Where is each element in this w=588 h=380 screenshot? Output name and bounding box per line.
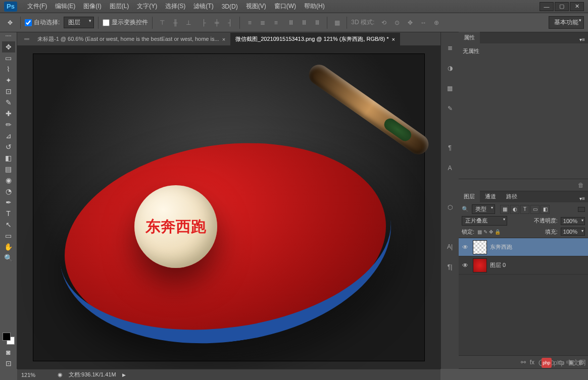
opacity-value[interactable]: 100% xyxy=(561,217,585,225)
brush-tool[interactable]: ✏ xyxy=(2,119,15,130)
zoom-tool[interactable]: 🔍 xyxy=(2,252,15,263)
document-tab-2[interactable]: 微信截图_20210915153413.png @ 121% (东奔西跑, RG… xyxy=(230,33,400,45)
hand-tool[interactable]: ✋ xyxy=(2,241,15,252)
auto-align-icon[interactable]: ▦ xyxy=(331,17,342,28)
menu-view[interactable]: 视图(V) xyxy=(242,0,270,13)
screenmode-tool[interactable]: ⊡ xyxy=(2,358,15,369)
blend-mode-dropdown[interactable]: 正片叠底 xyxy=(462,216,507,226)
layers-tab[interactable]: 图层 xyxy=(459,191,480,202)
properties-tab[interactable]: 属性 xyxy=(459,32,480,43)
paths-tab[interactable]: 路径 xyxy=(501,191,522,202)
align-vcenter-icon[interactable]: ╫ xyxy=(170,17,181,28)
distribute-3-icon[interactable]: ≡ xyxy=(270,17,281,28)
history-brush-tool[interactable]: ↺ xyxy=(2,141,15,152)
visibility-icon[interactable]: 👁 xyxy=(461,262,470,269)
layer-row[interactable]: 👁 图层 0 xyxy=(459,256,588,275)
distribute-1-icon[interactable]: ≡ xyxy=(244,17,255,28)
color-swatches[interactable] xyxy=(1,331,17,347)
canvas[interactable]: 东奔西跑 xyxy=(33,53,425,361)
layer-name[interactable]: 图层 0 xyxy=(490,261,506,269)
link-layers-icon[interactable]: ⚯ xyxy=(521,359,526,366)
layer-thumbnail[interactable] xyxy=(473,240,487,254)
menu-type[interactable]: 文字(Y) xyxy=(133,0,161,13)
show-transform-input[interactable] xyxy=(103,19,110,26)
lock-position-icon[interactable]: ✥ xyxy=(489,229,493,235)
quickmask-tool[interactable]: ◙ xyxy=(2,347,15,358)
fill-value[interactable]: 100% xyxy=(561,228,585,236)
filter-type-icon[interactable]: T xyxy=(520,205,529,214)
filter-shape-icon[interactable]: ▭ xyxy=(530,205,540,214)
pen-tool[interactable]: ✒ xyxy=(2,197,15,208)
trash-icon[interactable]: 🗑 xyxy=(578,182,584,189)
gradient-tool[interactable]: ▤ xyxy=(2,164,15,175)
crop-tool[interactable]: ⊡ xyxy=(2,86,15,97)
blur-tool[interactable]: ◉ xyxy=(2,175,15,186)
stamp-tool[interactable]: ⊿ xyxy=(2,130,15,141)
document-tab-1[interactable]: 未标题-1 @ 60.6% (East or west, home is the… xyxy=(32,33,230,45)
para-style-icon[interactable]: ¶| xyxy=(445,261,456,273)
menu-edit[interactable]: 编辑(E) xyxy=(51,0,79,13)
align-top-icon[interactable]: ⊤ xyxy=(157,17,168,28)
maximize-button[interactable]: ▢ xyxy=(555,2,569,11)
3d-roll-icon[interactable]: ⊙ xyxy=(391,17,403,28)
doc-info[interactable]: 文档:936.1K/1.41M xyxy=(69,371,116,378)
layer-fx-icon[interactable]: fx xyxy=(530,359,534,366)
show-transform-checkbox[interactable]: 显示变换控件 xyxy=(103,18,148,27)
distribute-5-icon[interactable]: Ⅲ xyxy=(299,17,310,28)
layer-thumbnail[interactable] xyxy=(473,258,487,273)
close-icon[interactable]: × xyxy=(222,36,225,42)
lock-all-icon[interactable]: 🔒 xyxy=(495,229,501,235)
paragraph-panel-icon[interactable]: ¶ xyxy=(445,142,456,153)
filter-pixel-icon[interactable]: ▦ xyxy=(500,205,509,214)
align-left-icon[interactable]: ├ xyxy=(198,17,209,28)
canvas-viewport[interactable]: 东奔西跑 xyxy=(17,45,440,369)
type-tool[interactable]: T xyxy=(2,208,15,219)
align-hcenter-icon[interactable]: ╪ xyxy=(211,17,222,28)
auto-select-dropdown[interactable]: 图层 xyxy=(64,17,94,28)
minimize-button[interactable]: — xyxy=(540,2,554,11)
status-icon[interactable]: ◉ xyxy=(58,371,63,378)
brush-panel-icon[interactable]: ✎ xyxy=(445,103,456,114)
filter-toggle[interactable] xyxy=(578,207,585,212)
menu-layer[interactable]: 图层(L) xyxy=(106,0,133,13)
toolbox-grip[interactable] xyxy=(1,35,16,39)
3d-slide-icon[interactable]: ↔ xyxy=(418,17,429,28)
align-right-icon[interactable]: ┤ xyxy=(224,17,235,28)
panel-menu-icon[interactable]: ▾≡ xyxy=(576,36,588,43)
shape-tool[interactable]: ▭ xyxy=(2,230,15,241)
path-select-tool[interactable]: ↖ xyxy=(2,219,15,230)
distribute-6-icon[interactable]: Ⅲ xyxy=(312,17,323,28)
channels-tab[interactable]: 通道 xyxy=(480,191,501,202)
3d-panel-icon[interactable]: ⬡ xyxy=(445,202,456,213)
auto-select-input[interactable] xyxy=(25,19,32,26)
3d-pan-icon[interactable]: ✥ xyxy=(405,17,416,28)
healing-tool[interactable]: ✚ xyxy=(2,108,15,119)
swatches-panel-icon[interactable]: ▦ xyxy=(445,83,456,94)
distribute-4-icon[interactable]: Ⅲ xyxy=(285,17,297,28)
filter-smart-icon[interactable]: ◧ xyxy=(541,205,550,214)
tabs-grip[interactable] xyxy=(24,38,29,40)
move-tool[interactable]: ✥ xyxy=(2,41,15,52)
menu-select[interactable]: 选择(S) xyxy=(161,0,189,13)
filter-adjust-icon[interactable]: ◐ xyxy=(510,205,519,214)
close-icon[interactable]: × xyxy=(392,36,395,42)
visibility-icon[interactable]: 👁 xyxy=(461,244,470,251)
lasso-tool[interactable]: ⌇ xyxy=(2,64,15,75)
menu-filter[interactable]: 滤镜(T) xyxy=(189,0,217,13)
character-panel-icon[interactable]: A xyxy=(445,162,456,174)
layer-name[interactable]: 东奔西跑 xyxy=(490,243,512,251)
dodge-tool[interactable]: ◔ xyxy=(2,186,15,197)
marquee-tool[interactable]: ▭ xyxy=(2,52,15,64)
panel-menu-icon[interactable]: ▾≡ xyxy=(576,195,588,202)
workspace-switcher[interactable]: 基本功能 xyxy=(549,16,584,29)
menu-window[interactable]: 窗口(W) xyxy=(270,0,300,13)
menu-3d[interactable]: 3D(D) xyxy=(218,1,242,12)
foreground-color[interactable] xyxy=(3,333,11,341)
status-menu-arrow[interactable]: ▶ xyxy=(122,372,126,377)
layer-filter-kind[interactable]: 类型 xyxy=(472,204,495,214)
3d-zoom-icon[interactable]: ⊕ xyxy=(431,17,442,28)
color-panel-icon[interactable]: ◑ xyxy=(445,63,456,74)
eyedropper-tool[interactable]: ✎ xyxy=(2,97,15,108)
lock-pixels-icon[interactable]: ✎ xyxy=(483,229,487,235)
menu-help[interactable]: 帮助(H) xyxy=(300,0,329,13)
